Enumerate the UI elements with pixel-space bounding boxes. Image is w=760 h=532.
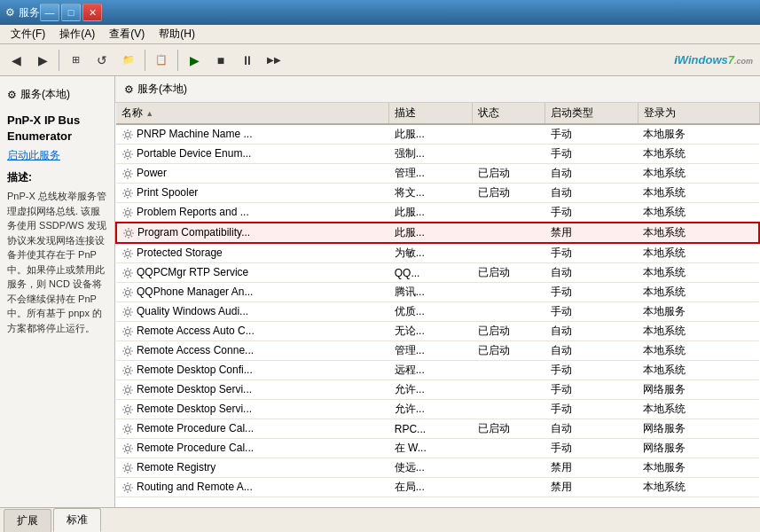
maximize-button[interactable]: □ bbox=[61, 4, 81, 21]
table-row[interactable]: Power 管理... 已启动 自动 本地系统 bbox=[116, 164, 759, 184]
service-login-cell: 网络服务 bbox=[638, 380, 759, 400]
table-row[interactable]: Remote Desktop Servi... 允许... 手动 网络服务 bbox=[116, 380, 759, 400]
service-gear-icon bbox=[121, 148, 134, 160]
table-row[interactable]: Program Compatibility... 此服... 禁用 本地系统 bbox=[116, 223, 759, 243]
table-row[interactable]: PNRP Machine Name ... 此服... 手动 本地服务 bbox=[116, 124, 759, 145]
svg-point-12 bbox=[126, 368, 130, 372]
toolbar-separator-2 bbox=[145, 50, 145, 71]
service-gear-icon bbox=[121, 187, 134, 200]
service-startup-cell: 自动 bbox=[545, 263, 638, 283]
service-name-cell: Portable Device Enum... bbox=[116, 145, 389, 164]
svg-point-18 bbox=[126, 485, 130, 489]
service-description: PnP-X 总线枚举服务管理虚拟网络总线. 该服务使用 SSDP/WS 发现协议… bbox=[7, 189, 107, 335]
service-status-cell bbox=[473, 203, 545, 223]
service-startup-cell: 自动 bbox=[545, 341, 638, 361]
svg-point-10 bbox=[126, 329, 130, 333]
service-desc-cell: 使远... bbox=[389, 458, 473, 478]
service-gear-icon bbox=[121, 129, 134, 141]
svg-point-7 bbox=[126, 270, 130, 275]
service-status-cell bbox=[473, 361, 545, 380]
service-startup-cell: 手动 bbox=[545, 400, 638, 419]
selected-service-name: PnP-X IP Bus Enumerator bbox=[7, 113, 107, 145]
service-desc-cell: 管理... bbox=[389, 341, 473, 361]
service-login-cell: 本地系统 bbox=[638, 145, 759, 164]
pause-button[interactable]: ⏸ bbox=[235, 48, 260, 73]
service-name-cell: Remote Access Auto C... bbox=[116, 322, 389, 341]
service-status-cell bbox=[473, 458, 545, 478]
toolbar: ◀ ▶ ⊞ ↺ 📁 📋 ▶ ■ ⏸ ▶▶ iWindows7.com bbox=[0, 44, 760, 76]
start-service-link[interactable]: 启动此服务 bbox=[7, 148, 107, 163]
service-desc-cell: 远程... bbox=[389, 361, 473, 380]
service-startup-cell: 自动 bbox=[545, 419, 638, 439]
col-header-login[interactable]: 登录为 bbox=[638, 103, 759, 124]
table-row[interactable]: Routing and Remote A... 在局... 禁用 本地系统 bbox=[116, 478, 759, 497]
tab-standard[interactable]: 标准 bbox=[53, 508, 101, 532]
forward-button[interactable]: ▶ bbox=[30, 48, 55, 73]
service-name-cell: Remote Access Conne... bbox=[116, 341, 389, 361]
table-row[interactable]: Remote Access Conne... 管理... 已启动 自动 本地系统 bbox=[116, 341, 759, 361]
service-startup-cell: 自动 bbox=[545, 184, 638, 203]
folder-button[interactable]: 📁 bbox=[116, 48, 141, 73]
col-header-status[interactable]: 状态 bbox=[473, 103, 545, 124]
service-gear-icon bbox=[121, 207, 134, 219]
col-header-desc[interactable]: 描述 bbox=[389, 103, 473, 124]
svg-point-16 bbox=[126, 446, 130, 450]
svg-point-11 bbox=[126, 348, 130, 353]
properties-button[interactable]: 📋 bbox=[149, 48, 174, 73]
service-login-cell: 本地系统 bbox=[638, 263, 759, 283]
stop-button[interactable]: ■ bbox=[208, 48, 233, 73]
service-name-cell: Remote Desktop Confi... bbox=[116, 361, 389, 380]
service-login-cell: 本地服务 bbox=[638, 124, 759, 145]
tab-expand[interactable]: 扩展 bbox=[4, 509, 51, 532]
svg-point-17 bbox=[126, 466, 130, 470]
service-gear-icon bbox=[121, 168, 134, 180]
table-row[interactable]: Remote Desktop Servi... 允许... 手动 本地系统 bbox=[116, 400, 759, 419]
title-bar: ⚙ 服务 — □ ✕ bbox=[0, 0, 760, 25]
table-row[interactable]: Quality Windows Audi... 优质... 手动 本地服务 bbox=[116, 302, 759, 322]
up-button[interactable]: ⊞ bbox=[63, 48, 88, 73]
svg-point-3 bbox=[126, 191, 130, 195]
service-startup-cell: 手动 bbox=[545, 203, 638, 223]
service-name-cell: Remote Desktop Servi... bbox=[116, 400, 389, 419]
table-row[interactable]: QQPCMgr RTP Service QQ... 已启动 自动 本地系统 bbox=[116, 263, 759, 283]
table-row[interactable]: Remote Desktop Confi... 远程... 手动 本地系统 bbox=[116, 361, 759, 380]
gear-icon-header: ⚙ bbox=[124, 83, 134, 96]
service-status-cell bbox=[473, 478, 545, 497]
service-login-cell: 本地系统 bbox=[638, 361, 759, 380]
col-header-name[interactable]: 名称 ▲ bbox=[116, 103, 389, 124]
table-row[interactable]: QQPhone Manager An... 腾讯... 手动 本地系统 bbox=[116, 283, 759, 302]
restart-button[interactable]: ▶▶ bbox=[262, 48, 286, 73]
play-button[interactable]: ▶ bbox=[182, 48, 207, 73]
svg-point-6 bbox=[126, 251, 130, 255]
table-row[interactable]: Protected Storage 为敏... 手动 本地系统 bbox=[116, 243, 759, 263]
refresh-button[interactable]: ↺ bbox=[90, 48, 114, 73]
service-status-cell: 已启动 bbox=[473, 263, 545, 283]
menu-bar: 文件(F) 操作(A) 查看(V) 帮助(H) bbox=[0, 25, 760, 44]
table-header-row: 名称 ▲ 描述 状态 启动类型 登录为 bbox=[116, 103, 759, 124]
service-desc-cell: 此服... bbox=[389, 124, 473, 145]
table-row[interactable]: Print Spooler 将文... 已启动 自动 本地系统 bbox=[116, 184, 759, 203]
service-login-cell: 网络服务 bbox=[638, 419, 759, 439]
col-header-startup[interactable]: 启动类型 bbox=[545, 103, 638, 124]
menu-action[interactable]: 操作(A) bbox=[52, 25, 102, 43]
table-row[interactable]: Problem Reports and ... 此服... 手动 本地系统 bbox=[116, 203, 759, 223]
table-row[interactable]: Remote Procedure Cal... 在 W... 手动 网络服务 bbox=[116, 439, 759, 458]
services-table-wrapper[interactable]: 名称 ▲ 描述 状态 启动类型 登录为 PNRP Machine Name ..… bbox=[115, 103, 760, 507]
back-button[interactable]: ◀ bbox=[4, 48, 28, 73]
table-row[interactable]: Portable Device Enum... 强制... 手动 本地系统 bbox=[116, 145, 759, 164]
menu-file[interactable]: 文件(F) bbox=[4, 25, 52, 43]
service-desc-cell: 为敏... bbox=[389, 243, 473, 263]
service-status-cell bbox=[473, 283, 545, 302]
table-row[interactable]: Remote Procedure Cal... RPC... 已启动 自动 网络… bbox=[116, 419, 759, 439]
service-name-cell: Problem Reports and ... bbox=[116, 203, 389, 223]
service-desc-cell: 管理... bbox=[389, 164, 473, 184]
minimize-button[interactable]: — bbox=[40, 4, 59, 21]
table-row[interactable]: Remote Registry 使远... 禁用 本地服务 bbox=[116, 458, 759, 478]
menu-help[interactable]: 帮助(H) bbox=[152, 25, 202, 43]
service-login-cell: 本地系统 bbox=[638, 400, 759, 419]
close-button[interactable]: ✕ bbox=[82, 4, 102, 21]
menu-view[interactable]: 查看(V) bbox=[102, 25, 152, 43]
table-row[interactable]: Remote Access Auto C... 无论... 已启动 自动 本地系… bbox=[116, 322, 759, 341]
service-desc-cell: QQ... bbox=[389, 263, 473, 283]
service-status-cell bbox=[473, 302, 545, 322]
